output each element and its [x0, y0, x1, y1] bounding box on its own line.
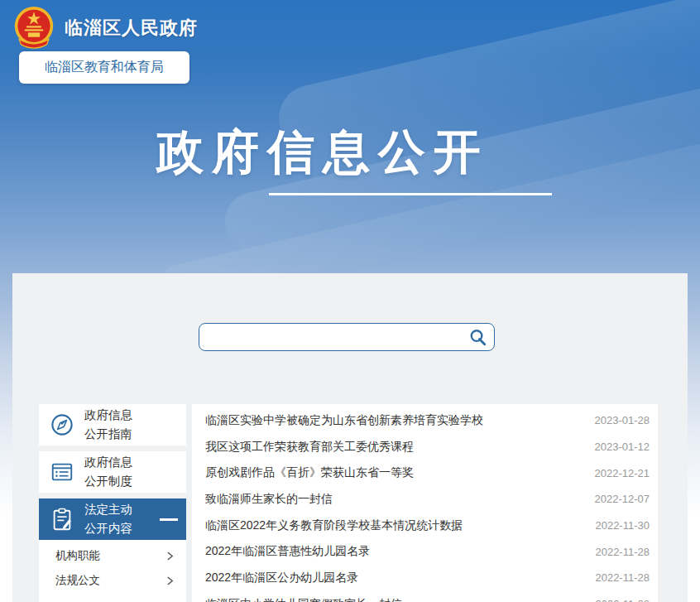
news-row: 临淄区中小学幼儿园寒假致家长一封信 2022-11-28 [192, 591, 658, 602]
site-title: 临淄区人民政府 [65, 16, 198, 41]
news-row: 临淄区实验中学被确定为山东省创新素养培育实验学校 2023-01-28 [192, 407, 658, 434]
news-date: 2022-12-21 [595, 467, 650, 479]
compass-icon [50, 412, 74, 437]
document-icon [50, 460, 74, 484]
chevron-right-icon [166, 576, 174, 586]
news-title-link[interactable]: 临淄区中小学幼儿园寒假致家长一封信 [205, 597, 585, 602]
sidebar-item-statutory-content[interactable]: 法定主动公开内容 [39, 498, 186, 540]
news-title-link[interactable]: 临淄区实验中学被确定为山东省创新素养培育实验学校 [205, 413, 585, 428]
clipboard-icon [50, 507, 74, 532]
news-title-link[interactable]: 2022年临淄区普惠性幼儿园名录 [205, 544, 585, 559]
news-title-link[interactable]: 临淄区2022年义务教育阶段学校基本情况统计数据 [205, 518, 585, 533]
subitem-label: 法规公文 [55, 573, 100, 588]
chevron-right-icon [166, 551, 174, 561]
news-date: 2022-12-07 [595, 493, 650, 505]
subitem-label: 机构职能 [55, 548, 100, 563]
title-underline [269, 193, 552, 195]
news-title-link[interactable]: 原创戏剧作品《百折》荣获山东省一等奖 [205, 465, 585, 480]
news-row: 致临淄师生家长的一封信 2022-12-07 [192, 486, 658, 513]
sidebar-item-label: 法定主动公开内容 [84, 500, 132, 538]
news-row: 原创戏剧作品《百折》荣获山东省一等奖 2022-12-21 [192, 460, 658, 486]
sidebar-nav: 政府信息公开指南 政府信息公开制度 [39, 404, 186, 602]
sidebar-item-label: 政府信息公开指南 [84, 406, 132, 444]
news-title-link[interactable]: 我区这项工作荣获教育部关工委优秀课程 [205, 440, 585, 455]
news-title-link[interactable]: 致临淄师生家长的一封信 [205, 492, 585, 507]
page-title: 政府信息公开 [0, 121, 645, 185]
news-row: 临淄区2022年义务教育阶段学校基本情况统计数据 2022-11-30 [192, 513, 658, 539]
national-emblem-icon [13, 5, 55, 51]
news-list: 临淄区实验中学被确定为山东省创新素养培育实验学校 2023-01-28 我区这项… [192, 404, 658, 602]
sidebar-subitem-regulations[interactable]: 法规公文 [39, 568, 186, 593]
search-box [199, 323, 495, 351]
search-input[interactable] [199, 324, 468, 350]
active-item-marker [160, 518, 178, 521]
news-row: 2022年临淄区公办幼儿园名录 2022-11-28 [192, 565, 658, 591]
sidebar-subitem-org-functions[interactable]: 机构职能 [39, 543, 186, 568]
news-date: 2022-11-28 [595, 571, 650, 584]
news-date: 2023-01-28 [595, 414, 650, 426]
sidebar-item-label: 政府信息公开制度 [84, 453, 132, 491]
search-icon [468, 328, 487, 347]
sidebar-item-open-guide[interactable]: 政府信息公开指南 [39, 404, 186, 445]
sidebar-item-open-system[interactable]: 政府信息公开制度 [39, 451, 186, 493]
site-home-link[interactable]: 临淄区人民政府 [13, 5, 198, 51]
sidebar-submenu: 机构职能 法规公文 [39, 540, 186, 602]
department-button[interactable]: 临淄区教育和体育局 [19, 51, 189, 84]
news-date: 2022-11-30 [595, 519, 650, 532]
news-title-link[interactable]: 2022年临淄区公办幼儿园名录 [205, 571, 585, 585]
news-date: 2023-01-12 [595, 441, 650, 453]
news-date: 2022-11-28 [595, 546, 650, 558]
search-button[interactable] [468, 328, 494, 347]
news-date: 2022-11-28 [595, 598, 650, 602]
news-row: 2022年临淄区普惠性幼儿园名录 2022-11-28 [192, 538, 658, 565]
news-row: 我区这项工作荣获教育部关工委优秀课程 2023-01-12 [192, 434, 658, 460]
